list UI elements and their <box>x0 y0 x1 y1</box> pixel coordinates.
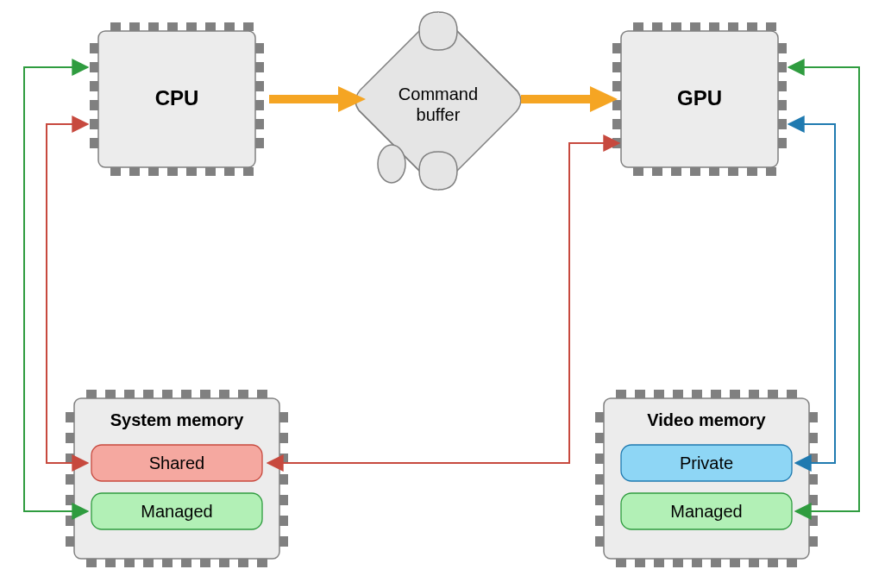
svg-rect-31 <box>652 22 662 31</box>
svg-rect-109 <box>692 559 702 567</box>
svg-rect-115 <box>595 412 604 422</box>
svg-rect-24 <box>255 62 264 72</box>
svg-rect-73 <box>143 559 154 567</box>
svg-rect-35 <box>728 22 738 31</box>
command-buffer: Command buffer <box>355 12 521 190</box>
cpu-label: CPU <box>155 86 199 109</box>
gpu-chip: GPU <box>612 22 787 176</box>
svg-rect-84 <box>66 495 74 505</box>
svg-rect-41 <box>690 167 700 176</box>
svg-rect-43 <box>728 167 738 176</box>
svg-rect-70 <box>86 559 97 567</box>
svg-rect-110 <box>711 559 721 567</box>
arrow-commandbuffer-to-gpu <box>521 86 618 112</box>
svg-rect-78 <box>238 559 248 567</box>
svg-rect-85 <box>66 516 74 526</box>
svg-rect-50 <box>612 119 621 129</box>
svg-rect-21 <box>90 119 98 129</box>
svg-rect-60 <box>86 390 97 398</box>
svg-rect-22 <box>90 138 98 148</box>
svg-rect-92 <box>279 516 288 526</box>
svg-rect-52 <box>778 43 787 53</box>
svg-rect-26 <box>255 100 264 110</box>
svg-rect-116 <box>595 433 604 443</box>
svg-rect-101 <box>730 390 740 398</box>
system-memory-shared-label: Shared <box>149 454 205 472</box>
svg-rect-45 <box>766 167 776 176</box>
svg-rect-7 <box>224 22 235 31</box>
svg-rect-67 <box>219 390 229 398</box>
svg-rect-123 <box>809 433 818 443</box>
svg-rect-103 <box>768 390 778 398</box>
svg-rect-17 <box>90 43 98 53</box>
svg-rect-53 <box>778 62 787 72</box>
svg-rect-8 <box>243 22 254 31</box>
svg-rect-44 <box>747 167 757 176</box>
svg-rect-37 <box>766 22 776 31</box>
svg-rect-25 <box>255 81 264 91</box>
svg-rect-72 <box>124 559 135 567</box>
svg-rect-90 <box>279 474 288 485</box>
svg-rect-20 <box>90 100 98 110</box>
svg-point-58 <box>378 145 405 183</box>
svg-rect-61 <box>105 390 116 398</box>
svg-rect-98 <box>673 390 683 398</box>
svg-rect-88 <box>279 433 288 443</box>
svg-rect-97 <box>654 390 664 398</box>
svg-rect-19 <box>90 81 98 91</box>
svg-rect-119 <box>595 495 604 505</box>
svg-rect-12 <box>167 167 178 176</box>
svg-rect-75 <box>181 559 191 567</box>
system-memory: System memory Shared Managed <box>66 390 288 567</box>
svg-rect-80 <box>66 412 74 422</box>
svg-rect-93 <box>279 536 288 547</box>
svg-rect-114 <box>787 559 797 567</box>
svg-rect-99 <box>692 390 702 398</box>
svg-rect-18 <box>90 62 98 72</box>
svg-rect-69 <box>257 390 267 398</box>
svg-rect-111 <box>730 559 740 567</box>
svg-rect-100 <box>711 390 721 398</box>
svg-rect-117 <box>595 454 604 464</box>
svg-rect-91 <box>279 495 288 505</box>
svg-rect-3 <box>148 22 159 31</box>
svg-rect-126 <box>809 495 818 505</box>
svg-rect-32 <box>671 22 681 31</box>
command-buffer-label-1: Command <box>399 84 478 103</box>
svg-rect-14 <box>205 167 216 176</box>
svg-rect-55 <box>778 100 787 110</box>
svg-rect-87 <box>279 412 288 422</box>
svg-rect-105 <box>616 559 626 567</box>
svg-rect-36 <box>747 22 757 31</box>
svg-rect-49 <box>612 100 621 110</box>
svg-rect-118 <box>595 474 604 485</box>
svg-rect-95 <box>616 390 626 398</box>
svg-rect-63 <box>143 390 154 398</box>
svg-rect-106 <box>635 559 645 567</box>
svg-rect-127 <box>809 516 818 526</box>
svg-rect-86 <box>66 536 74 547</box>
svg-rect-11 <box>148 167 159 176</box>
svg-rect-112 <box>749 559 759 567</box>
svg-rect-76 <box>200 559 210 567</box>
svg-rect-39 <box>652 167 662 176</box>
svg-rect-68 <box>238 390 248 398</box>
svg-rect-121 <box>595 536 604 547</box>
svg-rect-28 <box>255 138 264 148</box>
video-memory: Video memory Private Managed <box>595 390 818 567</box>
svg-rect-54 <box>778 81 787 91</box>
svg-rect-62 <box>124 390 135 398</box>
video-memory-title: Video memory <box>647 410 766 429</box>
svg-rect-77 <box>219 559 229 567</box>
svg-rect-15 <box>224 167 235 176</box>
svg-rect-113 <box>768 559 778 567</box>
svg-rect-4 <box>167 22 178 31</box>
svg-rect-2 <box>129 22 140 31</box>
svg-rect-42 <box>709 167 719 176</box>
svg-rect-83 <box>66 474 74 485</box>
system-memory-title: System memory <box>110 410 244 429</box>
svg-rect-107 <box>654 559 664 567</box>
video-memory-managed-label: Managed <box>670 502 742 521</box>
svg-rect-27 <box>255 119 264 129</box>
svg-rect-104 <box>787 390 797 398</box>
